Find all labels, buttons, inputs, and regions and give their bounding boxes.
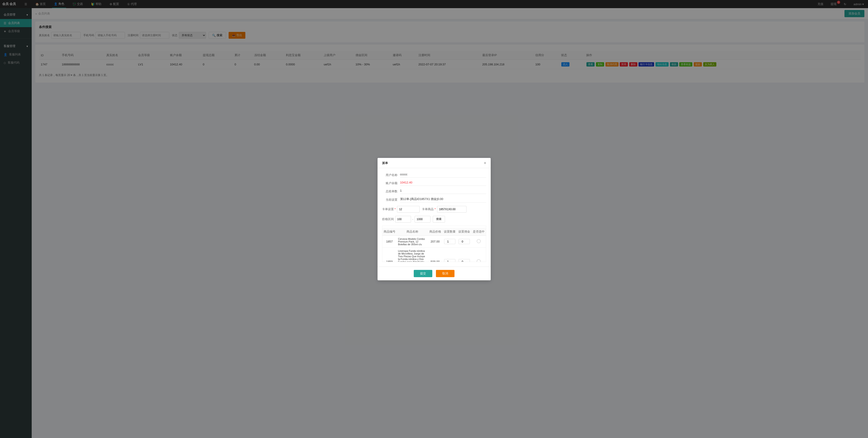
price-range-label: 价格区间 [382,217,394,221]
modal-balance-value: 10412.40 [400,181,486,186]
modal-total-orders-row: 总抢单数 1 [382,189,486,194]
modal-footer: 提交 取消 [377,267,491,280]
modal-price-row: 价格区间 - 搜索 [382,216,486,223]
prod-qty[interactable] [442,236,457,248]
price-max-input[interactable] [415,216,431,223]
price-range-inputs: - [395,216,431,223]
modal-total-orders-value: 1 [400,189,486,194]
modal-title: 派单 [382,161,388,165]
modal-username-label: 用户名称 [382,173,400,177]
prod-id: 1857 [382,236,397,248]
col-prod-price: 商品价格 [428,228,442,236]
dispatch-modal: 派单 × 用户名称 ccccc 账户余额 10412.40 总抢单数 1 当前设… [377,158,491,280]
modal-username-row: 用户名称 ccccc [382,173,486,178]
price-search-button[interactable]: 搜索 [433,216,445,223]
product-table-header: 商品编号 商品名称 商品价格 设置数量 设置佣金 是否选中 [382,228,486,236]
col-prod-commission: 设置佣金 [457,228,471,236]
price-range-group: 价格区间 - [382,216,431,223]
card-order-label: 卡单设置 [382,207,396,211]
card-product-label: 卡单商品 [422,207,436,211]
radio-circle[interactable] [477,259,481,262]
card-order-input[interactable] [397,206,420,213]
modal-body: 用户名称 ccccc 账户余额 10412.40 总抢单数 1 当前设置 第12… [377,168,491,267]
col-prod-id: 商品编号 [382,228,397,236]
prod-id: 1859 [382,248,397,262]
modal-submit-button[interactable]: 提交 [414,270,432,277]
modal-card-row: 卡单设置 卡单商品 [382,206,486,213]
prod-commission[interactable] [457,236,471,248]
product-row: 1859 Linenspa Funda nórdica de Microfibr… [382,248,486,262]
prod-qty-input[interactable] [444,239,455,244]
prod-qty-input[interactable] [444,259,455,262]
prod-name: Cerveza Modelo Combo Premium Pack, 12 Bo… [397,236,428,248]
col-prod-selected: 是否选中 [471,228,486,236]
prod-price: 207.00 [428,236,442,248]
prod-select[interactable] [471,248,486,262]
modal-current-order-label: 当前设置 [382,198,400,202]
modal-balance-row: 账户余额 10412.40 [382,181,486,186]
radio-circle[interactable] [477,239,481,243]
modal-total-orders-label: 总抢单数 [382,189,400,193]
modal-cancel-button[interactable]: 取消 [436,270,455,277]
price-dash: - [412,217,413,221]
card-product-input[interactable] [437,206,466,213]
card-product-group: 卡单商品 [422,206,466,213]
prod-commission-input[interactable] [459,259,470,262]
prod-name: Linenspa Funda nórdica de Microfibra; Ju… [397,248,428,262]
modal-balance-label: 账户余额 [382,181,400,185]
product-table: 商品编号 商品名称 商品价格 设置数量 设置佣金 是否选中 1857 Cerve… [382,228,486,262]
prod-commission[interactable] [457,248,471,262]
product-row: 1857 Cerveza Modelo Combo Premium Pack, … [382,236,486,248]
prod-select[interactable] [471,236,486,248]
prod-qty[interactable] [442,248,457,262]
product-table-wrap: 商品编号 商品名称 商品价格 设置数量 设置佣金 是否选中 1857 Cerve… [382,226,486,262]
modal-current-order-value: 第12单-[商品ID1857X1 佣金]0.00 [400,197,486,203]
modal-overlay: 派单 × 用户名称 ccccc 账户余额 10412.40 总抢单数 1 当前设… [0,0,868,438]
modal-header: 派单 × [377,158,491,168]
card-order-group: 卡单设置 [382,206,420,213]
modal-username-value: ccccc [400,173,486,178]
prod-commission-input[interactable] [459,239,470,244]
modal-current-order-row: 当前设置 第12单-[商品ID1857X1 佣金]0.00 [382,197,486,203]
prod-price: 509.00 [428,248,442,262]
modal-close-button[interactable]: × [484,161,486,165]
col-prod-qty: 设置数量 [442,228,457,236]
price-min-input[interactable] [395,216,411,223]
col-prod-name: 商品名称 [397,228,428,236]
